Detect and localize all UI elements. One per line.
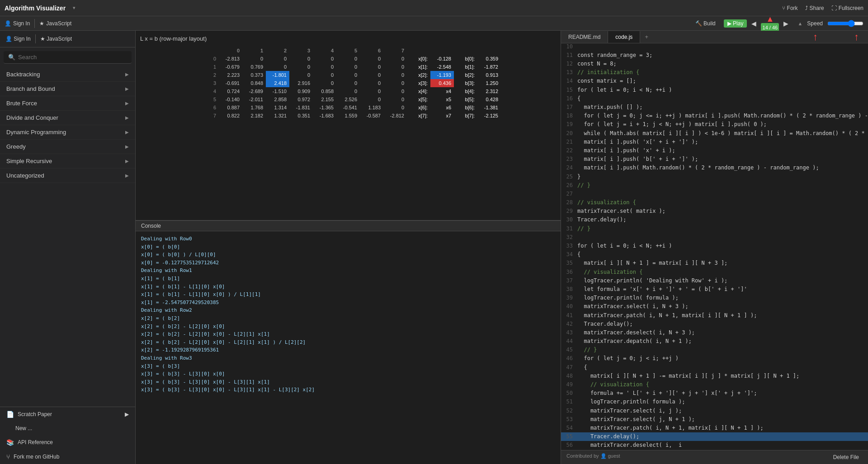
code-line: 43 matrixTracer.deselect( i, N + 3 ); (561, 328, 868, 337)
build-icon: 🔨 (695, 20, 702, 27)
fork-button[interactable]: ⑂ Fork (782, 5, 798, 11)
build-button[interactable]: 🔨 Build (692, 19, 719, 28)
code-line: 56 matrixTracer.deselect( i, i (561, 441, 868, 450)
code-line: 36 // visualization { (561, 268, 868, 277)
code-line: 48 matrix[ i ][ N + 1 ] -= matrix[ i ][ … (561, 372, 868, 380)
code-line: 47 { (561, 363, 868, 372)
console-line: x[2] = ( b[2] - L[2][0] x[0] (141, 323, 555, 331)
user-icon: 👤 (600, 453, 608, 459)
viz-panel: L x = b (row-major layout) 0 1 2 3 4 5 6 (136, 31, 561, 220)
matrix-table: 0 1 2 3 4 5 6 7 (195, 47, 501, 120)
chevron-right-icon: ▶ (125, 144, 129, 149)
fork-github-item[interactable]: ⑂ Fork me on GitHub (0, 450, 135, 464)
next-step-button[interactable]: ▶ (783, 20, 788, 27)
person-icon: 👤 (5, 20, 11, 27)
console-content: Dealing with Row0 x[0] = ( b[0] x[0] = (… (136, 231, 561, 464)
console-line: x[2] = ( b[2] - L[2][0] x[0] - L[2][1] x… (141, 338, 555, 347)
console-line: x[3] = ( b[3] - L[3][0] x[0] - L[3][1] x… (141, 378, 555, 386)
code-line: 38 let formula = 'x[' + i + ']' + ' = ( … (561, 285, 868, 294)
code-line: 31// } (561, 225, 868, 233)
sidebar-item-divide-conquer[interactable]: Divide and Conquer ▶ (0, 111, 135, 125)
console-line: x[0] = ( b[0] ) / L[0][0] (141, 251, 555, 259)
star-icon: ★ (39, 20, 44, 27)
code-line: 50 formula += ' L[' + i + '][' + j + '] … (561, 389, 868, 398)
chevron-right-icon: ▶ (125, 130, 129, 135)
code-line: 33for ( let i = 0; i < N; ++i ) (561, 242, 868, 250)
table-row: 0 -2.813 0 0 0 0 0 0 0 x[0]: -0.128 b[0]… (195, 55, 501, 63)
console-line: Dealing with Row2 (141, 306, 555, 314)
console-line: x[3] = ( b[3] (141, 362, 555, 370)
topbar-left: Algorithm Visualizer ▾ (5, 5, 75, 12)
new-item[interactable]: New ... (0, 422, 135, 435)
sidebar-item-uncategorized[interactable]: Uncategorized ▶ (0, 169, 135, 183)
code-line: 37 logTracer.println( 'Dealing with Row'… (561, 277, 868, 285)
sidebar-item-simple-recursive[interactable]: Simple Recursive ▶ (0, 154, 135, 169)
fork-icon: ⑂ (782, 5, 785, 11)
code-line: 13// initialization { (561, 68, 868, 77)
arrow-indicator-right: ▲ (797, 21, 802, 26)
js-sidebar-button[interactable]: ★ JavaScript (40, 36, 72, 42)
play-button[interactable]: ▶ Play (724, 19, 747, 28)
console-line: x[1] = ( b[1] - L[1][0] x[0] (141, 283, 555, 291)
code-line: 18 for ( let j = 0; j <= i; ++j ) matrix… (561, 112, 868, 120)
matrix-container: 0 1 2 3 4 5 6 7 (195, 47, 501, 120)
signin-button[interactable]: 👤 Sign In (5, 20, 30, 27)
code-line: 29matrixTracer.set( matrix ); (561, 207, 868, 216)
search-icon: 🔍 (8, 54, 15, 61)
code-footer: Contributed by 👤 guest Delete File (561, 450, 868, 464)
chevron-right-icon: ▶ (125, 72, 129, 77)
sidebar-item-dynamic-programming[interactable]: Dynamic Programming ▶ (0, 125, 135, 140)
chevron-right-icon: ▶ (125, 115, 129, 120)
speed-slider[interactable] (827, 20, 863, 27)
sidebar-item-greedy[interactable]: Greedy ▶ (0, 140, 135, 154)
arrow-indicators: ↑ ↑ (813, 31, 868, 43)
fullscreen-icon: ⛶ (831, 5, 837, 11)
search-input[interactable] (18, 54, 127, 61)
share-button[interactable]: ⤴ Share (805, 5, 824, 11)
code-line: 23 matrix[ i ].push( 'b[' + i + ']' ); (561, 155, 868, 164)
chevron-right-icon: ▶ (125, 101, 129, 106)
code-line: 22 matrix[ i ].push( 'x' + i ); (561, 146, 868, 155)
console-line: x[2] = ( b[2] - L[2][0] x[0] - L[2][1] x… (141, 330, 555, 338)
code-content: 1// import visualization libraries {2con… (561, 43, 868, 450)
code-line: 28// visualization { (561, 198, 868, 207)
code-line: 45 // } (561, 346, 868, 354)
code-line: 40 matrixTracer.select( i, N + 3 ); (561, 302, 868, 311)
delete-file-button[interactable]: Delete File (830, 453, 863, 461)
console-panel: Console Dealing with Row0 x[0] = ( b[0] … (136, 220, 561, 464)
code-line: 10 (561, 43, 868, 51)
code-line: 17 matrix.push( [] ); (561, 103, 868, 112)
sidebar-item-backtracking[interactable]: Backtracking ▶ (0, 67, 135, 82)
prev-step-button[interactable]: ◀ (751, 20, 756, 27)
code-tabs: README.md code.js + ↑ ↑ (561, 31, 868, 43)
table-row: 4 0.724 -2.689 -1.510 0.909 0.858 0 0 0 … (195, 87, 501, 95)
table-row: 1 -0.679 0.769 0 0 0 0 0 0 x[1]: -2.548 … (195, 63, 501, 71)
fullscreen-button[interactable]: ⛶ Fullscreen (831, 5, 863, 11)
code-line: 54 matrixTracer.patch( i, N + 1, matrix[… (561, 424, 868, 432)
javascript-button[interactable]: ★ JavaScript (39, 20, 71, 27)
tab-readme[interactable]: README.md (561, 31, 608, 43)
app-title: Algorithm Visualizer (5, 5, 66, 12)
sidebar-bottom: 📄 Scratch Paper ▶ New ... 📚 API Referenc… (0, 407, 135, 464)
arrow-up-right-icon: ↑ (854, 31, 859, 43)
chevron-right-icon: ▶ (125, 173, 129, 178)
console-line: Dealing with Row1 (141, 267, 555, 275)
code-line: 20 while ( Math.abs( matrix[ i ][ i ] ) … (561, 129, 868, 138)
code-line: 27 (561, 190, 868, 198)
auth-bar: 👤 Sign In ★ JavaScript (0, 31, 135, 47)
scratch-paper-item[interactable]: 📄 Scratch Paper ▶ (0, 407, 135, 422)
add-tab-button[interactable]: + (640, 31, 653, 43)
topbar: Algorithm Visualizer ▾ ⑂ Fork ⤴ Share ⛶ … (0, 0, 868, 16)
sidebar-item-brute-force[interactable]: Brute Force ▶ (0, 96, 135, 111)
sidebar-item-branch-bound[interactable]: Branch and Bound ▶ (0, 82, 135, 96)
tab-codejs[interactable]: code.js (608, 31, 640, 43)
code-line: 49 // visualization { (561, 380, 868, 389)
chevron-right-icon-scratch: ▶ (125, 411, 129, 417)
code-line: 53 matrixTracer.select( j, N + 1 ); (561, 415, 868, 424)
content-area: L x = b (row-major layout) 0 1 2 3 4 5 6 (136, 31, 561, 464)
api-reference-item[interactable]: 📚 API Reference (0, 435, 135, 450)
viz-title: L x = b (row-major layout) (140, 35, 207, 42)
signin-sidebar-button[interactable]: 👤 Sign In (5, 36, 31, 42)
code-line: 39 logTracer.println( formula ); (561, 294, 868, 302)
sidebar-nav: Backtracking ▶ Branch and Bound ▶ Brute … (0, 67, 135, 407)
